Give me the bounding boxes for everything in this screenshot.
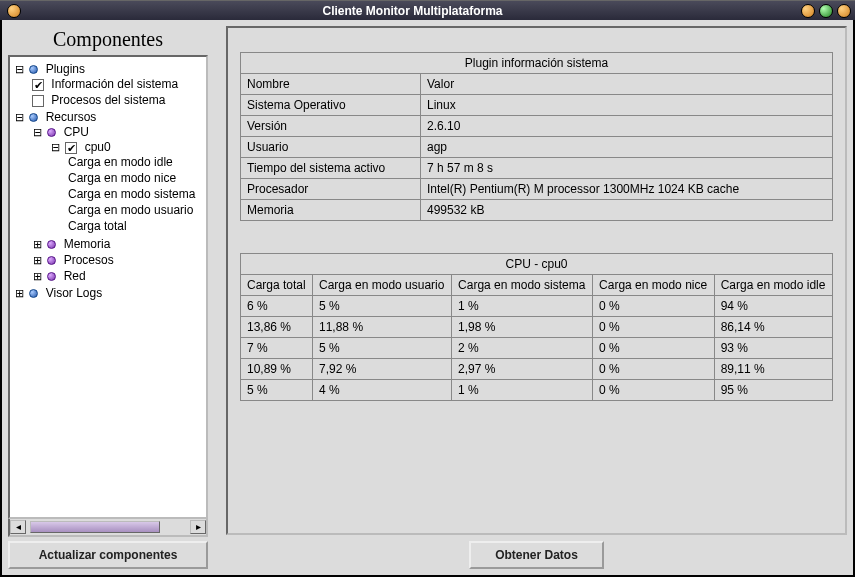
table-row: Sistema OperativoLinux: [241, 95, 833, 116]
tree-label: Red: [64, 269, 86, 283]
expand-icon[interactable]: ⊟: [32, 128, 42, 138]
bullet-icon: [47, 256, 56, 265]
component-tree[interactable]: ⊟ Plugins ✔ Información del sistema Proc…: [10, 57, 206, 301]
tree-node-cpu0[interactable]: ⊟ ✔ cpu0 Carga en modo idle Carga en mod…: [50, 139, 206, 235]
table-row: 10,89 %7,92 %2,97 %0 %89,11 %: [241, 359, 833, 380]
bullet-icon: [29, 113, 38, 122]
close-icon[interactable]: [837, 4, 851, 18]
expand-icon[interactable]: ⊟: [14, 65, 24, 75]
tree-node-red[interactable]: ⊞ Red: [32, 268, 206, 284]
info-value: 7 h 57 m 8 s: [421, 158, 833, 179]
expand-icon[interactable]: ⊞: [14, 289, 24, 299]
scroll-thumb[interactable]: [30, 521, 160, 533]
cell: 0 %: [593, 338, 715, 359]
tree-node-plugins[interactable]: ⊟ Plugins ✔ Información del sistema Proc…: [14, 61, 206, 109]
tree-label: Plugins: [46, 62, 85, 76]
column-header: Carga total: [241, 275, 313, 296]
tree-leaf[interactable]: Carga en modo usuario: [68, 202, 206, 218]
scroll-right-icon[interactable]: ▸: [190, 520, 206, 534]
tree-label: Memoria: [64, 237, 111, 251]
expand-icon[interactable]: ⊟: [14, 113, 24, 123]
cell: 86,14 %: [714, 317, 832, 338]
system-info-table: Plugin información sistema NombreValorSi…: [240, 52, 833, 221]
cell: 0 %: [593, 380, 715, 401]
tree-label: Información del sistema: [51, 77, 178, 91]
split-divider[interactable]: [214, 26, 220, 569]
info-value: agp: [421, 137, 833, 158]
cell: 10,89 %: [241, 359, 313, 380]
table-row: 13,86 %11,88 %1,98 %0 %86,14 %: [241, 317, 833, 338]
titlebar[interactable]: Cliente Monitor Multiplataforma: [0, 0, 855, 20]
table-row: ProcesadorIntel(R) Pentium(R) M processo…: [241, 179, 833, 200]
tree-node-cpu[interactable]: ⊟ CPU ⊟ ✔ cpu0 Carga en modo: [32, 124, 206, 236]
checkbox-unchecked-icon[interactable]: [32, 95, 44, 107]
expand-icon[interactable]: ⊟: [50, 143, 60, 153]
tree-leaf[interactable]: Carga en modo nice: [68, 170, 206, 186]
column-header: Carga en modo sistema: [452, 275, 593, 296]
tree-node-procesos-sistema[interactable]: Procesos del sistema: [32, 92, 206, 108]
cell: 5 %: [241, 380, 313, 401]
cell: 0 %: [593, 317, 715, 338]
info-key: Procesador: [241, 179, 421, 200]
tree-leaf[interactable]: Carga en modo sistema: [68, 186, 206, 202]
info-value: 499532 kB: [421, 200, 833, 221]
info-key: Sistema Operativo: [241, 95, 421, 116]
info-key: Memoria: [241, 200, 421, 221]
info-key: Versión: [241, 116, 421, 137]
table-row: Usuarioagp: [241, 137, 833, 158]
cell: 6 %: [241, 296, 313, 317]
update-components-button[interactable]: Actualizar componentes: [8, 541, 208, 569]
tree-panel: ⊟ Plugins ✔ Información del sistema Proc…: [8, 55, 208, 519]
tree-leaf[interactable]: Carga total: [68, 218, 206, 234]
info-key: Usuario: [241, 137, 421, 158]
cell: 7,92 %: [313, 359, 452, 380]
scroll-track[interactable]: [26, 520, 190, 534]
scroll-left-icon[interactable]: ◂: [10, 520, 26, 534]
cell: 5 %: [313, 296, 452, 317]
bullet-icon: [47, 128, 56, 137]
tree-node-procesos[interactable]: ⊞ Procesos: [32, 252, 206, 268]
table-row: NombreValor: [241, 74, 833, 95]
expand-icon[interactable]: ⊞: [32, 240, 42, 250]
tree-node-recursos[interactable]: ⊟ Recursos ⊟ CPU ⊟ ✔: [14, 109, 206, 285]
expand-icon[interactable]: ⊞: [32, 272, 42, 282]
horizontal-scrollbar[interactable]: ◂ ▸: [8, 519, 208, 537]
tree-node-visor-logs[interactable]: ⊞ Visor Logs: [14, 285, 206, 301]
info-value: 2.6.10: [421, 116, 833, 137]
cell: 13,86 %: [241, 317, 313, 338]
info-value: Linux: [421, 95, 833, 116]
expand-icon[interactable]: ⊞: [32, 256, 42, 266]
cell: 94 %: [714, 296, 832, 317]
cell: 0 %: [593, 359, 715, 380]
sidebar-header: Componentes: [8, 26, 208, 55]
sidebar: Componentes ⊟ Plugins ✔ Información del …: [8, 26, 208, 569]
tree-node-memoria[interactable]: ⊞ Memoria: [32, 236, 206, 252]
maximize-icon[interactable]: [819, 4, 833, 18]
minimize-icon[interactable]: [801, 4, 815, 18]
cell: 2 %: [452, 338, 593, 359]
checkbox-checked-icon[interactable]: ✔: [32, 79, 44, 91]
tree-leaf[interactable]: Carga en modo idle: [68, 154, 206, 170]
client-area: Componentes ⊟ Plugins ✔ Información del …: [0, 20, 855, 577]
get-data-button[interactable]: Obtener Datos: [469, 541, 604, 569]
window-menu-icon[interactable]: [7, 4, 21, 18]
cell: 89,11 %: [714, 359, 832, 380]
cell: 11,88 %: [313, 317, 452, 338]
cell: 0 %: [593, 296, 715, 317]
cell: 1 %: [452, 296, 593, 317]
tree-label: cpu0: [85, 140, 111, 154]
info-value: Valor: [421, 74, 833, 95]
table-row: 6 %5 %1 %0 %94 %: [241, 296, 833, 317]
table-row: Versión2.6.10: [241, 116, 833, 137]
cell: 7 %: [241, 338, 313, 359]
main-content: Plugin información sistema NombreValorSi…: [226, 26, 847, 535]
table-row: 7 %5 %2 %0 %93 %: [241, 338, 833, 359]
table-caption: Plugin información sistema: [241, 53, 833, 74]
cell: 1 %: [452, 380, 593, 401]
tree-node-info-sistema[interactable]: ✔ Información del sistema: [32, 76, 206, 92]
bullet-icon: [29, 289, 38, 298]
checkbox-checked-icon[interactable]: ✔: [65, 142, 77, 154]
cpu-table: CPU - cpu0 Carga totalCarga en modo usua…: [240, 253, 833, 401]
table-row: Memoria499532 kB: [241, 200, 833, 221]
column-header: Carga en modo usuario: [313, 275, 452, 296]
